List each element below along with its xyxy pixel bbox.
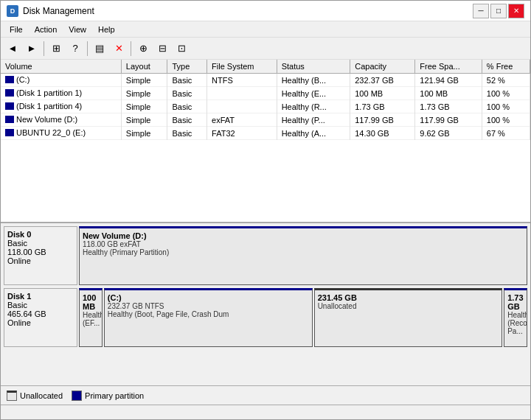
- cell-free_space: 1.73 GB: [415, 100, 482, 113]
- cell-status: Healthy (E...: [277, 87, 350, 100]
- partition-name: 100 MB: [83, 293, 99, 311]
- cell-type: Basic: [167, 113, 207, 127]
- status-bar: [1, 405, 530, 419]
- cell-capacity: 117.99 GB: [350, 113, 415, 127]
- disk-row-0: Disk 0Basic118.00 GBOnlineNew Volume (D:…: [4, 226, 527, 285]
- menu-bar: File Action View Help: [1, 21, 530, 38]
- cell-type: Basic: [167, 87, 207, 100]
- cell-type: Basic: [167, 127, 207, 140]
- cell-percent_free: 100 %: [482, 100, 530, 113]
- col-volume[interactable]: Volume: [1, 60, 121, 74]
- cell-volume: UBUNTU 22_0 (E:): [1, 127, 121, 140]
- legend-unalloc-label: Unallocated: [20, 391, 63, 400]
- toolbar-add[interactable]: ⊕: [134, 40, 152, 57]
- close-button[interactable]: ✕: [508, 4, 524, 18]
- partition-size: 232.37 GB NTFS: [108, 302, 309, 310]
- title-bar: D Disk Management ─ □ ✕: [1, 1, 530, 21]
- maximize-button[interactable]: □: [490, 4, 507, 18]
- toolbar-forward[interactable]: ►: [23, 40, 41, 57]
- menu-action[interactable]: Action: [29, 24, 63, 35]
- legend-primary-label: Primary partition: [85, 391, 144, 400]
- cell-percent_free: 100 %: [482, 87, 530, 100]
- cell-percent_free: 100 %: [482, 113, 530, 127]
- legend-primary: Primary partition: [72, 391, 144, 401]
- col-freespace[interactable]: Free Spa...: [415, 60, 482, 74]
- col-status[interactable]: Status: [277, 60, 350, 74]
- disk-label-1: Disk 1Basic465.64 GBOnline: [4, 288, 77, 347]
- toolbar-properties[interactable]: ⊡: [173, 40, 190, 57]
- menu-help[interactable]: Help: [92, 24, 121, 35]
- partition-1-0[interactable]: 100 MBHealthy (EF...: [79, 288, 103, 347]
- partition-size: 118.00 GB exFAT: [83, 240, 524, 248]
- toolbar-sep-1: [44, 41, 44, 56]
- legend-unalloc-box: [7, 391, 17, 401]
- partition-0-0[interactable]: New Volume (D:)118.00 GB exFATHealthy (P…: [79, 226, 527, 285]
- cell-status: Healthy (A...: [277, 127, 350, 140]
- toolbar: ◄ ► ⊞ ? ▤ ✕ ⊕ ⊟ ⊡: [1, 38, 530, 60]
- cell-status: Healthy (P...: [277, 113, 350, 127]
- cell-percent_free: 67 %: [482, 127, 530, 140]
- cell-free_space: 121.94 GB: [415, 74, 482, 87]
- legend-unallocated: Unallocated: [7, 391, 63, 401]
- toolbar-back[interactable]: ◄: [4, 40, 21, 57]
- partition-name: New Volume (D:): [83, 231, 524, 240]
- toolbar-remove[interactable]: ⊟: [153, 40, 171, 57]
- table-row[interactable]: UBUNTU 22_0 (E:)SimpleBasicFAT32Healthy …: [1, 127, 530, 140]
- cell-percent_free: 52 %: [482, 74, 530, 87]
- cell-capacity: 232.37 GB: [350, 74, 415, 87]
- content-area: Volume Layout Type File System Status Ca…: [1, 60, 530, 419]
- col-layout[interactable]: Layout: [121, 60, 167, 74]
- cell-volume: (Disk 1 partition 1): [1, 87, 121, 100]
- cell-layout: Simple: [121, 113, 167, 127]
- col-capacity[interactable]: Capacity: [350, 60, 415, 74]
- toolbar-help[interactable]: ?: [66, 40, 84, 57]
- cell-volume: (C:): [1, 74, 121, 87]
- col-percentfree[interactable]: % Free: [482, 60, 530, 74]
- cell-type: Basic: [167, 100, 207, 113]
- table-row[interactable]: (Disk 1 partition 1)SimpleBasicHealthy (…: [1, 87, 530, 100]
- volume-table: Volume Layout Type File System Status Ca…: [1, 60, 530, 140]
- cell-layout: Simple: [121, 127, 167, 140]
- table-row[interactable]: (C:)SimpleBasicNTFSHealthy (B...232.37 G…: [1, 74, 530, 87]
- toolbar-sep-2: [87, 41, 88, 56]
- partition-1-2[interactable]: 231.45 GBUnallocated: [314, 288, 503, 347]
- toolbar-grid[interactable]: ⊞: [47, 40, 65, 57]
- disk-view: Disk 0Basic118.00 GBOnlineNew Volume (D:…: [1, 223, 530, 385]
- cell-layout: Simple: [121, 87, 167, 100]
- toolbar-delete[interactable]: ✕: [110, 40, 128, 57]
- volume-table-area[interactable]: Volume Layout Type File System Status Ca…: [1, 60, 530, 223]
- cell-filesystem: exFAT: [207, 113, 277, 127]
- col-type[interactable]: Type: [167, 60, 207, 74]
- cell-free_space: 100 MB: [415, 87, 482, 100]
- partition-info: Healthy (Primary Partition): [83, 248, 524, 256]
- partition-1-3[interactable]: 1.73 GBHealthy (Recovery Pa...: [504, 288, 527, 347]
- cell-capacity: 14.30 GB: [350, 127, 415, 140]
- menu-file[interactable]: File: [4, 24, 29, 35]
- cell-status: Healthy (R...: [277, 100, 350, 113]
- minimize-button[interactable]: ─: [473, 4, 489, 18]
- partition-1-1[interactable]: (C:)232.37 GB NTFSHealthy (Boot, Page Fi…: [104, 288, 313, 347]
- table-row[interactable]: (Disk 1 partition 4)SimpleBasicHealthy (…: [1, 100, 530, 113]
- disk-partitions-0: New Volume (D:)118.00 GB exFATHealthy (P…: [79, 226, 527, 285]
- disk-label-0: Disk 0Basic118.00 GBOnline: [4, 226, 77, 285]
- main-window: D Disk Management ─ □ ✕ File Action View…: [0, 0, 531, 420]
- cell-capacity: 100 MB: [350, 87, 415, 100]
- partition-name: 231.45 GB: [318, 293, 499, 302]
- disk-partitions-1: 100 MBHealthy (EF...(C:)232.37 GB NTFSHe…: [79, 288, 527, 347]
- title-bar-left: D Disk Management: [7, 5, 94, 17]
- cell-layout: Simple: [121, 100, 167, 113]
- cell-filesystem: [207, 87, 277, 100]
- toolbar-menu[interactable]: ▤: [91, 40, 108, 57]
- cell-capacity: 1.73 GB: [350, 100, 415, 113]
- app-icon: D: [7, 5, 18, 17]
- window-title: Disk Management: [23, 6, 94, 16]
- table-row[interactable]: New Volume (D:)SimpleBasicexFATHealthy (…: [1, 113, 530, 127]
- cell-volume: (Disk 1 partition 4): [1, 100, 121, 113]
- partition-info: Unallocated: [318, 302, 499, 310]
- legend-primary-box: [72, 391, 82, 401]
- col-filesystem[interactable]: File System: [207, 60, 277, 74]
- cell-status: Healthy (B...: [277, 74, 350, 87]
- cell-free_space: 117.99 GB: [415, 113, 482, 127]
- disk-row-1: Disk 1Basic465.64 GBOnline100 MBHealthy …: [4, 288, 527, 347]
- menu-view[interactable]: View: [63, 24, 92, 35]
